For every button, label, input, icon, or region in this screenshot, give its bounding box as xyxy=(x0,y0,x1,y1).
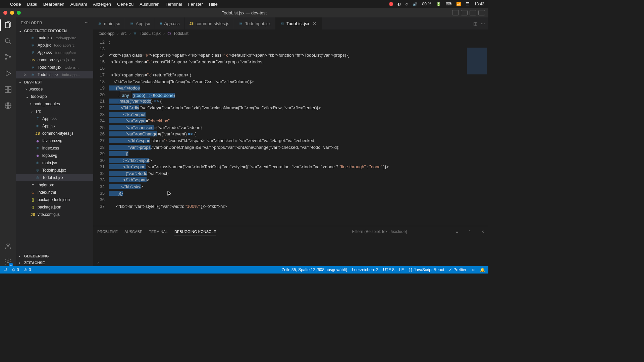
timeline-header[interactable]: › ZEITACHSE xyxy=(16,259,93,266)
menu-ausfuehren[interactable]: Ausführen xyxy=(140,2,159,7)
tree-file[interactable]: {}package.json xyxy=(16,203,93,211)
panel-maximize-icon[interactable]: ⌃ xyxy=(468,230,471,234)
menu-datei[interactable]: Datei xyxy=(27,2,37,7)
toggle-secondary-sidebar-button[interactable] xyxy=(470,10,476,15)
warnings-status[interactable]: ⚠ 0 xyxy=(24,267,31,272)
tree-folder[interactable]: ⌄todo-app xyxy=(16,93,93,100)
status-bar: ⮂ ⊘ 0 ⚠ 0 Zeile 35, Spalte 12 (608 ausge… xyxy=(0,266,488,274)
volume-icon[interactable]: 🔊 xyxy=(413,2,418,6)
errors-status[interactable]: ⊘ 0 xyxy=(12,267,19,272)
encoding-status[interactable]: UTF-8 xyxy=(383,267,394,272)
editor-tab[interactable]: ⚛main.jsx xyxy=(93,17,125,29)
split-editor-icon[interactable]: ◫ xyxy=(473,21,477,26)
panel-tab-debug-console[interactable]: DEBUGGING-KONSOLE xyxy=(174,228,216,236)
language-status[interactable]: { } JavaScript React xyxy=(409,267,444,272)
cursor-position[interactable]: Zeile 35, Spalte 12 (608 ausgewählt) xyxy=(282,267,347,272)
battery-icon[interactable]: 🔋 xyxy=(436,2,441,6)
keyboard-icon[interactable]: ⌨ xyxy=(446,2,451,6)
indentation-status[interactable]: Leerzeichen: 2 xyxy=(352,267,378,272)
window-minimize-button[interactable] xyxy=(10,11,14,15)
tray-icon[interactable]: ◐ xyxy=(397,2,401,6)
macos-menubar: Code Datei Bearbeiten Auswahl Anzeigen G… xyxy=(0,0,488,8)
tree-file[interactable]: ≡.hgignore xyxy=(16,181,93,189)
account-icon[interactable] xyxy=(4,241,12,250)
run-debug-icon[interactable] xyxy=(4,69,12,78)
debug-filter-input[interactable] xyxy=(352,229,446,234)
tree-file[interactable]: {}package-lock.json xyxy=(16,196,93,203)
editor-tab[interactable]: #App.css xyxy=(155,17,184,29)
tree-folder[interactable]: ⌄src xyxy=(16,108,93,115)
menu-auswahl[interactable]: Auswahl xyxy=(70,2,87,7)
open-editor-item[interactable]: ⚛App.jsxtodo-app/src xyxy=(16,42,93,49)
toggle-primary-sidebar-button[interactable] xyxy=(452,10,459,15)
more-actions-icon[interactable]: ⋯ xyxy=(481,21,485,26)
panel-tab-terminal[interactable]: TERMINAL xyxy=(149,228,168,236)
menu-fenster[interactable]: Fenster xyxy=(188,2,203,7)
toggle-panel-button[interactable] xyxy=(461,10,468,15)
project-header[interactable]: ⌄ DEV-TEST xyxy=(16,78,93,85)
open-editors-header[interactable]: ⌄ GEÖFFNETE EDITOREN xyxy=(16,27,93,34)
remote-icon[interactable] xyxy=(4,101,12,110)
search-icon[interactable] xyxy=(4,37,12,46)
tree-folder[interactable]: ›.vscode xyxy=(16,85,93,93)
open-editor-item[interactable]: JScommon-styles.jsto… xyxy=(16,56,93,64)
open-editor-item[interactable]: #App.csstodo-app/src xyxy=(16,49,93,56)
minimap[interactable] xyxy=(462,38,488,226)
menu-anzeigen[interactable]: Anzeigen xyxy=(93,2,111,7)
remote-button[interactable]: ⮂ xyxy=(3,267,7,272)
menu-hilfe[interactable]: Hilfe xyxy=(209,2,218,7)
debug-prompt-icon: › xyxy=(97,260,99,265)
open-editor-item[interactable]: ⚛main.jsxtodo-app/src xyxy=(16,34,93,42)
eol-status[interactable]: LF xyxy=(399,267,404,272)
close-icon[interactable]: ✕ xyxy=(23,72,28,77)
explorer-more-icon[interactable]: ⋯ xyxy=(85,21,89,25)
editor-tab[interactable]: ⚛TodoList.jsx✕ xyxy=(276,17,322,29)
tree-file[interactable]: ⚛TodoInput.jsx xyxy=(16,167,93,174)
tree-file[interactable]: JScommon-styles.js xyxy=(16,130,93,137)
code-editor[interactable]: 1213141516171819202122232425262728293031… xyxy=(93,38,488,226)
settings-gear-icon[interactable]: 1 xyxy=(4,257,12,266)
prettier-status[interactable]: ✓ Prettier xyxy=(449,267,467,272)
tab-close-icon[interactable]: ✕ xyxy=(313,21,317,26)
explorer-icon[interactable] xyxy=(4,21,12,29)
outline-header[interactable]: › GLIEDERUNG xyxy=(16,253,93,259)
tree-file[interactable]: ◆favicon.svg xyxy=(16,137,93,144)
filter-settings-icon[interactable]: ≡ xyxy=(456,230,458,234)
extensions-icon[interactable] xyxy=(4,85,12,94)
menubar-app[interactable]: Code xyxy=(10,2,21,7)
tray-icon[interactable]: ⎋ xyxy=(406,2,408,6)
tree-file[interactable]: ⚛main.jsx xyxy=(16,159,93,167)
tree-folder[interactable]: ›node_modules xyxy=(16,100,93,108)
chevron-icon: ⌄ xyxy=(25,94,29,99)
menu-gehezu[interactable]: Gehe zu xyxy=(117,2,133,7)
breadcrumb[interactable]: todo-app› src› ⚛TodoList.jsx› ⬡TodoList xyxy=(93,29,488,38)
battery-text[interactable]: 80 % xyxy=(422,2,431,6)
settings-badge: 1 xyxy=(9,263,13,267)
clock[interactable]: 13:43 xyxy=(474,2,484,6)
window-close-button[interactable] xyxy=(3,11,7,15)
tree-file[interactable]: ⚛App.jsx xyxy=(16,122,93,130)
editor-tab[interactable]: ⚛TodoInput.jsx xyxy=(234,17,276,29)
menu-terminal[interactable]: Terminal xyxy=(166,2,182,7)
editor-tab[interactable]: JScommon-styles.js xyxy=(185,17,234,29)
tree-file[interactable]: JSvite.config.js xyxy=(16,211,93,218)
tree-file[interactable]: #index.css xyxy=(16,144,93,152)
open-editor-item[interactable]: ✕⚛TodoList.jsxtodo-app… xyxy=(16,71,93,78)
tree-file[interactable]: #App.css xyxy=(16,115,93,122)
tree-file[interactable]: ⚛TodoList.jsx xyxy=(16,174,93,181)
panel-tab-probleme[interactable]: PROBLEME xyxy=(97,228,118,236)
panel-close-icon[interactable]: ✕ xyxy=(481,230,484,234)
feedback-icon[interactable]: ☺ xyxy=(471,267,475,272)
control-center-icon[interactable]: ☰ xyxy=(466,2,470,6)
open-editor-item[interactable]: ⚛TodoInput.jsxtodo-a… xyxy=(16,64,93,71)
notifications-icon[interactable]: 🔔 xyxy=(480,267,485,272)
tree-file[interactable]: ◆logo.svg xyxy=(16,152,93,159)
menu-bearbeiten[interactable]: Bearbeiten xyxy=(43,2,64,7)
panel-tab-ausgabe[interactable]: AUSGABE xyxy=(124,228,142,236)
editor-tab[interactable]: ⚛App.jsx xyxy=(125,17,155,29)
tree-file[interactable]: ◇index.html xyxy=(16,189,93,196)
source-control-icon[interactable] xyxy=(4,53,12,62)
customize-layout-button[interactable] xyxy=(478,10,485,15)
window-maximize-button[interactable] xyxy=(17,11,21,15)
wifi-icon[interactable]: 📶 xyxy=(456,2,461,6)
